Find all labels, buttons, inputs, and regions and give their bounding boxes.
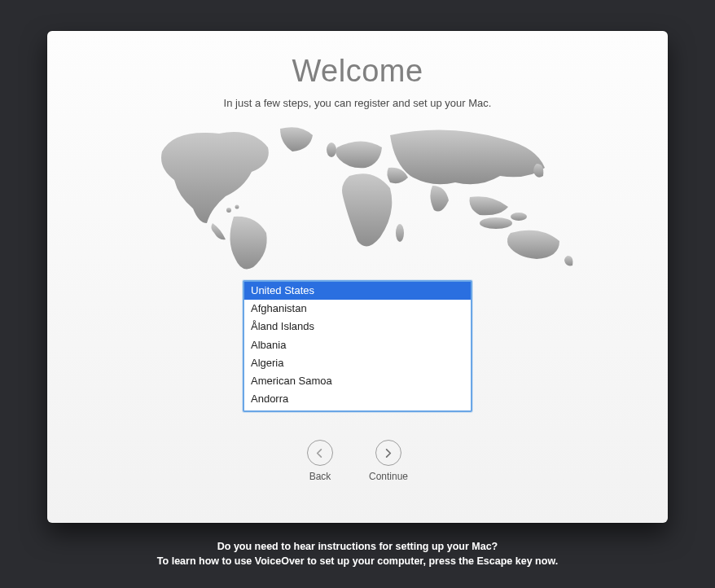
country-select-list[interactable]: United StatesAfghanistanÅland IslandsAlb…: [243, 280, 472, 412]
back-button-label: Back: [309, 471, 331, 482]
voiceover-hint: Do you need to hear instructions for set…: [0, 539, 715, 568]
arrow-right-icon: [375, 440, 401, 466]
svg-point-4: [226, 208, 231, 213]
country-option[interactable]: Albania: [244, 336, 471, 354]
svg-point-0: [480, 217, 512, 229]
arrow-left-icon: [307, 440, 333, 466]
continue-button[interactable]: Continue: [369, 440, 408, 482]
country-option[interactable]: Andorra: [244, 390, 471, 408]
voiceover-hint-line1: Do you need to hear instructions for set…: [0, 539, 715, 554]
country-option[interactable]: Åland Islands: [244, 318, 471, 336]
svg-point-2: [327, 143, 336, 157]
country-option[interactable]: Angola: [244, 408, 471, 412]
country-option[interactable]: Afghanistan: [244, 300, 471, 318]
country-option[interactable]: Algeria: [244, 354, 471, 372]
country-option[interactable]: United States: [244, 282, 471, 300]
nav-button-row: Back Continue: [47, 440, 668, 482]
continue-button-label: Continue: [369, 471, 408, 482]
back-button[interactable]: Back: [307, 440, 333, 482]
page-title: Welcome: [47, 54, 668, 89]
svg-point-1: [511, 213, 527, 221]
world-map-icon: [129, 119, 586, 274]
svg-point-3: [396, 224, 404, 242]
voiceover-hint-line2: To learn how to use VoiceOver to set up …: [0, 554, 715, 568]
svg-point-5: [235, 205, 239, 209]
world-map: [47, 119, 668, 274]
country-option[interactable]: American Samoa: [244, 372, 471, 390]
page-subtitle: In just a few steps, you can register an…: [47, 97, 668, 109]
setup-assistant-window: Welcome In just a few steps, you can reg…: [47, 31, 668, 523]
